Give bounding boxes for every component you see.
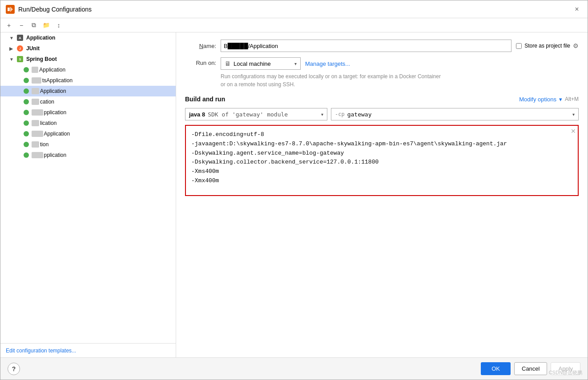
springboot-group-label: Spring Boot (26, 56, 57, 62)
store-label: Store as project file (524, 43, 570, 49)
copy-config-button[interactable]: ⧉ (29, 20, 39, 30)
sidebar-item-label: tsApplication (42, 77, 72, 84)
blurred-prefix: ██ (32, 88, 39, 94)
sidebar-item-label: pplication (44, 152, 67, 158)
sidebar-item-label: lication (40, 120, 56, 126)
list-item[interactable]: Art Application (0, 64, 176, 75)
expand-arrow-application: ▼ (9, 36, 16, 40)
build-row: java 8 SDK of 'gateway' module ▾ -cp gat… (185, 108, 579, 120)
chevron-down-icon: ▾ (559, 96, 562, 103)
manage-targets-link[interactable]: Manage targets... (305, 60, 350, 67)
computer-icon: 🖥 (225, 60, 231, 67)
settings-gear-icon[interactable]: ⚙ (573, 42, 579, 49)
copy-icon: ⧉ (32, 21, 36, 29)
list-item[interactable]: ██ tion (0, 139, 176, 150)
blurred-prefix: ███ (32, 131, 43, 137)
blurred-prefix: Art (32, 67, 38, 73)
app-icon (6, 5, 15, 14)
run-on-content: 🖥 Local machine ▾ Manage targets... Run … (221, 57, 579, 88)
expand-arrow-springboot: ▼ (9, 57, 16, 62)
sort-button[interactable]: ↕ (54, 20, 64, 30)
springboot-icon: S (16, 56, 24, 63)
cp-value: gateway (347, 111, 372, 118)
sidebar-item-label: pplication (44, 109, 67, 116)
modify-options-button[interactable]: Modify options ▾ Alt+M (519, 96, 579, 103)
blurred-prefix: ███ (32, 152, 43, 158)
sidebar-item-label: Application (40, 88, 66, 94)
ok-button[interactable]: OK (481, 362, 511, 375)
list-item[interactable]: ███ pplication (0, 107, 176, 118)
sidebar-item-label: tion (40, 141, 48, 148)
cp-dropdown-arrow-icon: ▾ (572, 112, 575, 117)
list-item[interactable]: ██ cation (0, 96, 176, 107)
edit-templates-link[interactable]: Edit configuration templates... (6, 348, 76, 354)
blurred-prefix: ██ (32, 141, 39, 148)
sort-icon: ↕ (57, 22, 60, 29)
sidebar: ▼ A Application ▶ J JUnit (0, 32, 176, 357)
help-button[interactable]: ? (8, 363, 20, 375)
list-item[interactable]: ███ Application (0, 128, 176, 139)
local-machine-select[interactable]: 🖥 Local machine ▾ (221, 57, 301, 70)
junit-icon: J (16, 45, 24, 52)
keyboard-shortcut: Alt+M (565, 96, 579, 102)
folder-icon: 📁 (43, 22, 50, 28)
name-label: Name: (185, 43, 216, 49)
blurred-prefix: ██ (32, 120, 39, 126)
sidebar-item-label: cation (40, 99, 54, 105)
green-dot-icon (24, 152, 29, 158)
toolbar: + − ⧉ 📁 ↕ (0, 18, 588, 32)
java-dropdown-arrow-icon: ▾ (321, 112, 323, 117)
name-row: Name: Store as project file ⚙ (185, 40, 579, 52)
blurred-prefix: ███ (32, 109, 43, 116)
right-panel: Name: Store as project file ⚙ Run on: 🖥 … (176, 32, 588, 357)
bottom-bar: ? OK Cancel Apply (0, 357, 588, 380)
store-checkbox-container: Store as project file ⚙ (516, 42, 579, 49)
list-item-selected[interactable]: ██ Application (0, 86, 176, 96)
run-on-row: Run on: 🖥 Local machine ▾ Manage targets… (185, 57, 579, 88)
green-dot-icon (24, 131, 29, 136)
plus-icon: + (7, 22, 11, 29)
remove-config-button[interactable]: − (16, 20, 26, 30)
run-debug-dialog: Run/Debug Configurations × + − ⧉ 📁 ↕ ▼ (0, 0, 588, 380)
java-sdk-select[interactable]: java 8 SDK of 'gateway' module ▾ (185, 108, 327, 120)
sidebar-item-label: Application (44, 131, 70, 137)
list-item[interactable]: Con tsApplication (0, 75, 176, 86)
folder-button[interactable]: 📁 (41, 20, 51, 30)
vm-options-textarea[interactable] (185, 125, 579, 196)
run-on-select-row: 🖥 Local machine ▾ Manage targets... (221, 57, 579, 70)
application-icon: A (16, 34, 24, 41)
vm-clear-button[interactable]: ✕ (571, 128, 576, 135)
svg-marker-1 (10, 7, 13, 12)
title-bar: Run/Debug Configurations × (0, 0, 588, 18)
vm-options-container: ✕ (185, 125, 579, 197)
sidebar-group-application[interactable]: ▼ A Application (0, 32, 176, 43)
list-item[interactable]: ██ lication (0, 118, 176, 128)
application-group-label: Application (26, 35, 55, 41)
name-input[interactable] (221, 40, 511, 52)
build-run-section-header: Build and run Modify options ▾ Alt+M (185, 96, 579, 103)
modify-options-label: Modify options (519, 96, 556, 103)
junit-group-label: JUnit (26, 45, 40, 52)
green-dot-icon (24, 67, 29, 72)
add-config-button[interactable]: + (4, 20, 14, 30)
close-button[interactable]: × (572, 4, 582, 15)
local-machine-label: Local machine (234, 60, 292, 67)
green-dot-icon (24, 78, 29, 83)
cancel-button[interactable]: Cancel (514, 362, 547, 375)
expand-arrow-junit: ▶ (9, 46, 16, 51)
run-on-label: Run on: (185, 57, 216, 66)
run-on-hint: Run configurations may be executed local… (221, 72, 443, 88)
sidebar-group-springboot[interactable]: ▼ S Spring Boot (0, 54, 176, 64)
dropdown-arrow-icon: ▾ (294, 61, 297, 66)
cp-select[interactable]: -cp gateway ▾ (331, 108, 579, 120)
green-dot-icon (24, 99, 29, 104)
main-content: ▼ A Application ▶ J JUnit (0, 32, 588, 357)
green-dot-icon (24, 142, 29, 147)
svg-rect-0 (8, 8, 10, 11)
green-dot-icon (24, 120, 29, 126)
build-run-title: Build and run (185, 96, 225, 103)
store-checkbox[interactable] (516, 43, 522, 49)
list-item[interactable]: ███ pplication (0, 150, 176, 160)
sidebar-group-junit[interactable]: ▶ J JUnit (0, 43, 176, 54)
java-detail-label: SDK of 'gateway' module (208, 111, 288, 118)
